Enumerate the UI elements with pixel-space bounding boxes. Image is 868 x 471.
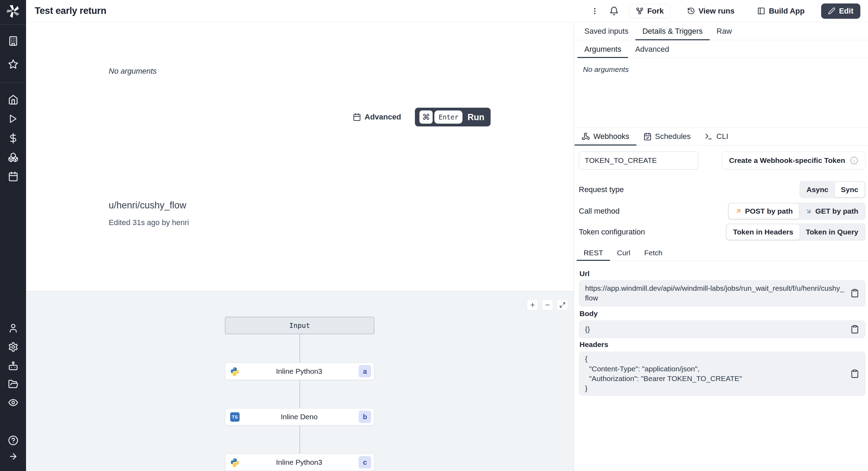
trigger-tabs: Webhooks Schedules CLI — [574, 127, 868, 146]
calendar-icon — [353, 113, 361, 121]
no-arguments-note: No arguments — [109, 67, 157, 76]
sync-option[interactable]: Sync — [835, 182, 865, 197]
workspace-icon[interactable] — [8, 36, 18, 46]
tab-advanced[interactable]: Advanced — [628, 41, 676, 58]
flow-node-c[interactable]: Inline Python3 c — [225, 454, 374, 471]
panel-subtabs: Arguments Advanced — [574, 41, 868, 58]
notifications-bell-icon[interactable] — [609, 6, 619, 16]
help-icon[interactable] — [8, 435, 18, 446]
workers-robot-icon[interactable] — [8, 361, 18, 371]
build-app-label: Build App — [769, 7, 804, 16]
build-app-button[interactable]: Build App — [751, 4, 811, 18]
zoom-in-button[interactable] — [527, 299, 538, 311]
edit-button[interactable]: Edit — [821, 3, 860, 19]
run-label: Run — [467, 112, 484, 122]
fork-button[interactable]: Fork — [629, 4, 670, 18]
call-method-label: Call method — [579, 207, 619, 216]
tab-rest[interactable]: REST — [577, 245, 610, 261]
headers-box: { "Content-Type": "application/json", "A… — [579, 352, 866, 396]
input-node[interactable]: Input — [225, 317, 374, 334]
info-icon — [850, 156, 858, 165]
body-label: Body — [579, 309, 598, 318]
copy-body-icon[interactable] — [850, 325, 859, 334]
body-value: {} — [585, 324, 850, 334]
sidebar — [0, 0, 26, 471]
audit-eye-icon[interactable] — [8, 397, 18, 408]
view-runs-button[interactable]: View runs — [681, 4, 741, 18]
run-button[interactable]: ⌘ Enter Run — [415, 108, 491, 126]
create-token-label: Create a Webhook-specific Token — [729, 156, 845, 165]
variables-dollar-icon[interactable] — [8, 133, 18, 143]
favorites-star-icon[interactable] — [8, 59, 18, 69]
body-box: {} — [579, 320, 866, 338]
get-by-path-option[interactable]: GET by path — [799, 204, 865, 219]
node-badge: c — [359, 456, 371, 469]
topbar: Test early return Fork View runs Build A… — [26, 0, 868, 22]
call-method-row: Call method POST by path GET by path — [579, 203, 866, 220]
copy-headers-icon[interactable] — [850, 369, 859, 378]
users-icon[interactable] — [8, 323, 18, 333]
flow-node-a[interactable]: Inline Python3 a — [225, 363, 374, 380]
create-token-button[interactable]: Create a Webhook-specific Token — [722, 151, 866, 170]
home-icon[interactable] — [8, 94, 18, 105]
schedules-calendar-icon[interactable] — [8, 171, 18, 182]
folders-icon[interactable] — [8, 379, 18, 389]
tab-schedules[interactable]: Schedules — [636, 128, 698, 145]
copy-url-icon[interactable] — [850, 289, 859, 298]
runs-play-icon[interactable] — [8, 114, 18, 124]
cli-label: CLI — [716, 132, 728, 141]
fit-view-button[interactable] — [557, 299, 568, 311]
tab-curl[interactable]: Curl — [610, 245, 637, 261]
token-input[interactable] — [579, 151, 698, 170]
fork-label: Fork — [647, 7, 664, 16]
get-by-path-label: GET by path — [815, 207, 858, 215]
cmd-key-badge: ⌘ — [419, 110, 433, 124]
windmill-logo-icon[interactable] — [7, 5, 20, 18]
token-in-query-option[interactable]: Token in Query — [800, 224, 865, 240]
resources-boxes-icon[interactable] — [8, 152, 18, 163]
edited-info: Edited 31s ago by henri — [109, 218, 189, 227]
run-row: Advanced ⌘ Enter Run — [353, 108, 491, 126]
calendar-check-icon — [643, 132, 652, 141]
edge — [300, 425, 300, 454]
panel-layout-icon — [757, 7, 765, 15]
tab-raw[interactable]: Raw — [710, 22, 739, 40]
async-option[interactable]: Async — [800, 182, 835, 197]
topbar-actions: Fork View runs Build App Edit — [591, 3, 860, 19]
webhooks-label: Webhooks — [593, 132, 629, 141]
tab-cli[interactable]: CLI — [698, 128, 735, 145]
flow-path: u/henri/cushy_flow — [109, 200, 186, 211]
more-menu-icon[interactable] — [591, 7, 599, 15]
tab-fetch[interactable]: Fetch — [637, 245, 670, 261]
enter-key-badge: Enter — [434, 110, 462, 124]
expand-arrow-icon[interactable] — [8, 452, 18, 461]
tab-arguments[interactable]: Arguments — [577, 41, 628, 58]
tab-saved-inputs[interactable]: Saved inputs — [577, 22, 635, 40]
advanced-label: Advanced — [365, 113, 401, 122]
pencil-icon — [828, 7, 835, 15]
call-method-toggle: POST by path GET by path — [728, 203, 866, 220]
flow-node-b[interactable]: TS Inline Deno b — [225, 408, 374, 425]
zoom-out-button[interactable] — [542, 299, 553, 311]
token-row: Create a Webhook-specific Token — [579, 151, 866, 170]
arrow-down-right-icon — [805, 208, 812, 215]
token-in-headers-option[interactable]: Token in Headers — [727, 224, 800, 240]
headers-value: { "Content-Type": "application/json", "A… — [585, 354, 850, 393]
tab-webhooks[interactable]: Webhooks — [575, 128, 636, 145]
sidebar-divider — [0, 82, 26, 83]
view-runs-label: View runs — [699, 7, 735, 16]
tab-details-triggers[interactable]: Details & Triggers — [635, 22, 710, 40]
webhook-icon — [582, 132, 590, 141]
sidebar-divider — [0, 24, 26, 25]
edge — [300, 334, 300, 363]
headers-label: Headers — [579, 340, 608, 349]
edit-label: Edit — [839, 7, 853, 16]
post-by-path-label: POST by path — [745, 207, 793, 215]
advanced-button[interactable]: Advanced — [353, 113, 401, 122]
code-tabs: REST Curl Fetch — [574, 245, 868, 261]
settings-gear-icon[interactable] — [8, 342, 18, 352]
token-config-label: Token configuration — [579, 228, 645, 237]
node-badge: a — [359, 365, 371, 378]
post-by-path-option[interactable]: POST by path — [729, 204, 799, 219]
page-title: Test early return — [35, 6, 106, 16]
